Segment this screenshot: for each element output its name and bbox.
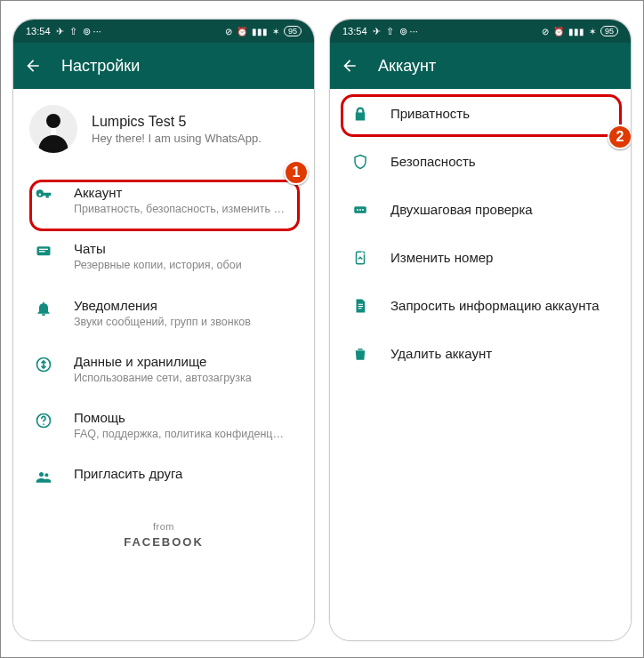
svg-point-1 [46, 114, 60, 128]
document-icon [348, 296, 373, 314]
app-bar: Аккаунт [330, 43, 631, 89]
mute-icon: ⊘ [225, 27, 232, 36]
profile-name: Lumpics Test 5 [92, 114, 262, 130]
item-sub: Звуки сообщений, групп и звонков [74, 315, 251, 329]
app-bar: Настройки [13, 43, 314, 89]
item-label: Помощь [74, 410, 287, 425]
item-data-storage[interactable]: Данные и хранилище Использование сети, а… [13, 341, 314, 397]
profile-status: Hey there! I am using WhatsApp. [92, 132, 262, 145]
telegram-icon: ✈ [373, 26, 381, 37]
item-security[interactable]: Безопасность [330, 137, 631, 185]
svg-rect-18 [358, 308, 362, 309]
more-icon: ⊚ ··· [399, 26, 418, 37]
sim-icon [348, 248, 373, 266]
data-icon [31, 354, 56, 373]
lock-icon [348, 104, 373, 122]
item-label: Удалить аккаунт [390, 346, 492, 361]
telegram-icon: ✈ [56, 26, 64, 37]
item-sub: Резервные копии, история, обои [74, 258, 242, 272]
svg-rect-2 [51, 128, 56, 135]
item-label: Уведомления [74, 298, 251, 313]
page-title: Аккаунт [378, 57, 436, 76]
item-privacy[interactable]: Приватность [330, 89, 631, 137]
item-invite[interactable]: Пригласить друга [13, 453, 314, 498]
alarm-icon: ⏰ [553, 27, 564, 36]
item-label: Приватность [390, 106, 470, 121]
key-icon [31, 185, 56, 205]
upload-icon: ⇧ [386, 26, 394, 37]
item-label: Двухшаговая проверка [390, 202, 533, 217]
svg-rect-5 [39, 251, 45, 252]
signal-icon: ▮▮▮ [252, 27, 268, 36]
item-change-number[interactable]: Изменить номер [330, 233, 631, 281]
item-delete-account[interactable]: Удалить аккаунт [330, 329, 631, 377]
item-label: Данные и хранилище [74, 354, 252, 369]
phone-account: 13:54 ✈ ⇧ ⊚ ··· ⊘ ⏰ ▮▮▮ ✶ 95 Аккаунт [329, 19, 632, 641]
status-time: 13:54 [342, 26, 367, 36]
alarm-icon: ⏰ [237, 27, 247, 36]
svg-rect-4 [39, 249, 48, 250]
item-label: Чаты [74, 241, 242, 256]
item-request-info[interactable]: Запросить информацию аккаунта [330, 281, 631, 329]
footer-from: from [13, 521, 314, 532]
wifi-icon: ✶ [272, 27, 279, 36]
item-label: Пригласить друга [74, 466, 182, 481]
mute-icon: ⊘ [542, 27, 549, 36]
signal-icon: ▮▮▮ [568, 27, 584, 36]
footer-brand: FACEBOOK [13, 535, 314, 549]
svg-rect-3 [37, 246, 51, 255]
item-label: Безопасность [390, 154, 476, 169]
help-icon [31, 410, 56, 429]
settings-list: Аккаунт Приватность, безопасность, измен… [13, 173, 314, 498]
item-two-step[interactable]: Двухшаговая проверка [330, 185, 631, 233]
wifi-icon: ✶ [589, 27, 596, 36]
status-time: 13:54 [26, 26, 51, 36]
item-sub: Использование сети, автозагрузка [74, 371, 252, 385]
item-label: Аккаунт [74, 185, 287, 200]
chat-icon [31, 241, 56, 261]
svg-rect-16 [358, 304, 363, 305]
item-label: Запросить информацию аккаунта [390, 298, 599, 313]
svg-point-10 [44, 474, 48, 477]
item-notifications[interactable]: Уведомления Звуки сообщений, групп и зво… [13, 285, 314, 341]
svg-rect-17 [358, 306, 363, 307]
page-title: Настройки [61, 57, 140, 76]
people-icon [31, 466, 56, 485]
svg-point-13 [359, 209, 361, 211]
more-icon: ⊚ ··· [83, 26, 101, 37]
svg-point-14 [362, 209, 364, 211]
svg-point-8 [43, 423, 44, 425]
status-bar: 13:54 ✈ ⇧ ⊚ ··· ⊘ ⏰ ▮▮▮ ✶ 95 [13, 20, 314, 43]
svg-point-12 [357, 209, 358, 211]
item-sub: FAQ, поддержка, политика конфиденциальн.… [74, 427, 287, 441]
shield-icon [348, 152, 373, 170]
upload-icon: ⇧ [69, 26, 77, 37]
trash-icon [348, 344, 373, 362]
item-help[interactable]: Помощь FAQ, поддержка, политика конфиден… [13, 397, 314, 453]
footer: from FACEBOOK [13, 498, 314, 549]
item-account[interactable]: Аккаунт Приватность, безопасность, измен… [13, 173, 314, 229]
back-button[interactable] [341, 56, 358, 76]
phone-settings: 13:54 ✈ ⇧ ⊚ ··· ⊘ ⏰ ▮▮▮ ✶ 95 Настройки [12, 19, 315, 641]
item-label: Изменить номер [390, 250, 493, 265]
account-list: Приватность Безопасность Двухшаговая про… [330, 89, 631, 377]
item-sub: Приватность, безопасность, изменить номе… [74, 202, 287, 216]
svg-point-9 [39, 472, 44, 477]
item-chats[interactable]: Чаты Резервные копии, история, обои [13, 229, 314, 285]
battery-pill: 95 [284, 26, 302, 36]
battery-pill: 95 [600, 26, 618, 36]
pin-icon [348, 200, 373, 218]
profile-row[interactable]: Lumpics Test 5 Hey there! I am using Wha… [13, 89, 314, 173]
badge-2: 2 [608, 124, 632, 149]
back-button[interactable] [24, 56, 42, 76]
avatar [29, 105, 77, 153]
status-bar: 13:54 ✈ ⇧ ⊚ ··· ⊘ ⏰ ▮▮▮ ✶ 95 [330, 20, 631, 43]
badge-1: 1 [284, 160, 309, 185]
bell-icon [31, 298, 56, 317]
